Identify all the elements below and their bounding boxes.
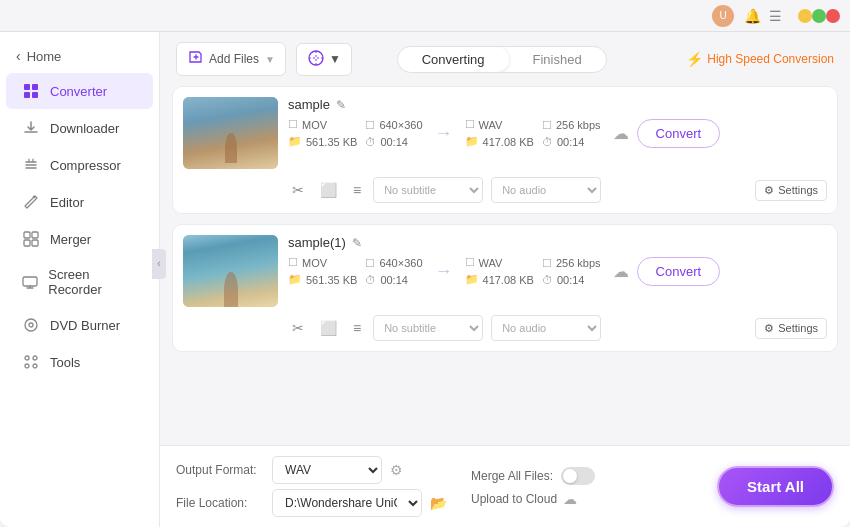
sidebar-item-label: Tools xyxy=(50,355,80,370)
tab-converting[interactable]: Converting xyxy=(398,47,509,72)
svg-rect-5 xyxy=(32,232,38,238)
svg-point-9 xyxy=(25,319,37,331)
upload-cloud-icon[interactable]: ☁ xyxy=(563,491,577,507)
dvd-burner-icon xyxy=(22,316,40,334)
edit-icon-1[interactable]: ✎ xyxy=(336,98,346,112)
editor-icon xyxy=(22,193,40,211)
file-name-row-1: sample ✎ xyxy=(288,97,827,112)
edit-icon-2[interactable]: ✎ xyxy=(352,236,362,250)
bitrate-icon-1: ☐ xyxy=(542,119,552,132)
add-url-button[interactable]: ▼ xyxy=(296,43,352,76)
settings-button-1[interactable]: ⚙ Settings xyxy=(755,180,827,201)
clock-icon-2: ⏱ xyxy=(365,274,376,286)
convert-button-1[interactable]: Convert xyxy=(637,119,721,148)
input-size-text-1: 561.35 KB xyxy=(306,136,357,148)
sidebar-item-compressor[interactable]: Compressor xyxy=(6,147,153,183)
title-bar: U 🔔 ☰ xyxy=(0,0,850,32)
cloud-icon-1: ☁ xyxy=(613,125,629,142)
file-location-row: File Location: D:\Wondershare UniConvert… xyxy=(176,489,447,517)
crop-icon-2[interactable]: ⬜ xyxy=(316,318,341,338)
sidebar-item-label: Converter xyxy=(50,84,107,99)
menu-icon[interactable]: ☰ xyxy=(769,8,782,24)
resolution-icon-1: ☐ xyxy=(365,119,375,132)
cut-icon-1[interactable]: ✂ xyxy=(288,180,308,200)
svg-rect-8 xyxy=(23,277,37,286)
input-resolution-1: ☐ 640×360 xyxy=(365,119,422,132)
output-format-select[interactable]: WAV xyxy=(272,456,382,484)
convert-button-2[interactable]: Convert xyxy=(637,257,721,286)
settings-label-1: Settings xyxy=(778,184,818,196)
input-size-2: 📁 561.35 KB xyxy=(288,273,357,286)
sidebar-item-merger[interactable]: Merger xyxy=(6,221,153,257)
minimize-btn[interactable] xyxy=(798,9,812,23)
add-files-button[interactable]: Add Files ▼ xyxy=(176,42,286,76)
input-size-text-2: 561.35 KB xyxy=(306,274,357,286)
merger-icon xyxy=(22,230,40,248)
effects-icon-1[interactable]: ≡ xyxy=(349,180,365,200)
output-meta-2: ☐ 256 kbps ⏱ 00:14 xyxy=(542,119,601,148)
svg-point-12 xyxy=(33,356,37,360)
maximize-btn[interactable] xyxy=(812,9,826,23)
sidebar-item-editor[interactable]: Editor xyxy=(6,184,153,220)
folder-icon-1: 📁 xyxy=(288,135,302,148)
settings-icon-1: ⚙ xyxy=(764,184,774,197)
subtitle-select-1[interactable]: No subtitle xyxy=(373,177,483,203)
file-thumbnail-2 xyxy=(183,235,278,307)
svg-rect-0 xyxy=(24,84,30,90)
audio-select-2[interactable]: No audio xyxy=(491,315,601,341)
svg-rect-4 xyxy=(24,232,30,238)
svg-rect-6 xyxy=(24,240,30,246)
output-duration-text-1: 00:14 xyxy=(557,136,585,148)
sidebar-item-downloader[interactable]: Downloader xyxy=(6,110,153,146)
input-duration-text-1: 00:14 xyxy=(380,136,408,148)
output-bitrate-text-2: 256 kbps xyxy=(556,257,601,269)
input-resolution-text-1: 640×360 xyxy=(379,119,422,131)
output-format-1: ☐ WAV xyxy=(465,118,534,131)
sidebar-collapse-btn[interactable]: ‹ xyxy=(152,249,166,279)
effects-icon-2[interactable]: ≡ xyxy=(349,318,365,338)
format-icon-1: ☐ xyxy=(288,118,298,131)
sidebar-item-screen-recorder[interactable]: Screen Recorder xyxy=(6,258,153,306)
cloud-icon-wrap-1: ☁ xyxy=(613,124,629,143)
input-meta-1: ☐ MOV 📁 561.35 KB xyxy=(288,118,357,148)
sidebar-item-converter[interactable]: Converter xyxy=(6,73,153,109)
close-btn[interactable] xyxy=(826,9,840,23)
settings-button-2[interactable]: ⚙ Settings xyxy=(755,318,827,339)
output-format-icon-2: ☐ xyxy=(465,256,475,269)
sidebar-item-label: Downloader xyxy=(50,121,119,136)
notification-icon[interactable]: 🔔 xyxy=(744,8,761,24)
cut-icon-2[interactable]: ✂ xyxy=(288,318,308,338)
add-files-label: Add Files xyxy=(209,52,259,66)
svg-rect-1 xyxy=(32,84,38,90)
output-folder-icon-2: 📁 xyxy=(465,273,479,286)
svg-rect-3 xyxy=(32,92,38,98)
format-settings-icon[interactable]: ⚙ xyxy=(390,462,403,478)
audio-select-1[interactable]: No audio xyxy=(491,177,601,203)
sidebar-item-dvd-burner[interactable]: DVD Burner xyxy=(6,307,153,343)
file-location-label: File Location: xyxy=(176,496,264,510)
file-card-top-2: sample(1) ✎ ☐ MOV 📁 561.35 KB xyxy=(183,235,827,307)
subtitle-select-2[interactable]: No subtitle xyxy=(373,315,483,341)
input-format-2: ☐ MOV xyxy=(288,256,357,269)
tab-group: Converting Finished xyxy=(397,46,607,73)
sidebar-back[interactable]: ‹ Home xyxy=(0,40,159,72)
add-files-dropdown-icon: ▼ xyxy=(265,54,275,65)
converter-icon xyxy=(22,82,40,100)
file-location-select[interactable]: D:\Wondershare UniConverter 1 xyxy=(272,489,422,517)
toolbar: Add Files ▼ ▼ Converting Finished ⚡ High… xyxy=(160,32,850,86)
file-meta-2: ☐ MOV 📁 561.35 KB ☐ 640×360 xyxy=(288,256,827,286)
compressor-icon xyxy=(22,156,40,174)
sidebar-item-tools[interactable]: Tools xyxy=(6,344,153,380)
start-all-button[interactable]: Start All xyxy=(717,466,834,507)
output-format-label: Output Format: xyxy=(176,463,264,477)
merge-toggle[interactable] xyxy=(561,467,595,485)
clock-icon-1: ⏱ xyxy=(365,136,376,148)
thumbnail-image-2 xyxy=(183,235,278,307)
browse-folder-icon[interactable]: 📂 xyxy=(430,495,447,511)
add-url-label: ▼ xyxy=(329,52,341,66)
add-files-icon xyxy=(187,48,205,70)
tab-finished[interactable]: Finished xyxy=(509,47,606,72)
input-format-text-1: MOV xyxy=(302,119,327,131)
crop-icon-1[interactable]: ⬜ xyxy=(316,180,341,200)
input-format-1: ☐ MOV xyxy=(288,118,357,131)
